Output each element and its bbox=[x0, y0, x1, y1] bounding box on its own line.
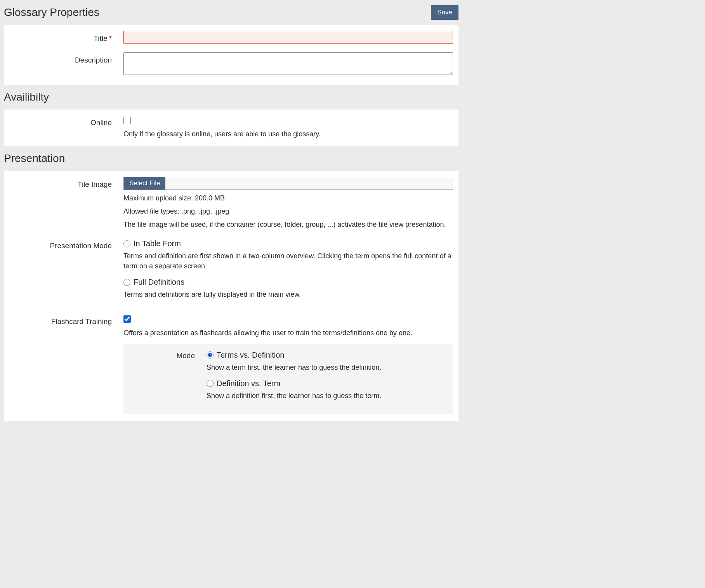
radio-help-text: Show a definition first, the learner has… bbox=[207, 391, 448, 401]
radio-in-table-form[interactable] bbox=[123, 240, 130, 247]
section-header-presentation: Presentation bbox=[0, 146, 462, 171]
radio-terms-vs-definition[interactable] bbox=[207, 351, 214, 358]
section-header-availability: Availibilty bbox=[0, 85, 462, 110]
panel-glossary-properties: Title* Description bbox=[4, 25, 458, 85]
radio-label: Definition vs. Term bbox=[217, 378, 280, 389]
panel-presentation: Tile Image Select File Maximum upload si… bbox=[4, 171, 458, 421]
tile-image-help-text: The tile image will be used, if the cont… bbox=[123, 219, 453, 230]
radio-definition-vs-term[interactable] bbox=[207, 380, 214, 387]
radio-label: Full Definitions bbox=[134, 277, 184, 288]
radio-option-terms-vs-definition: Terms vs. Definition Show a term first, … bbox=[207, 350, 448, 372]
section-header-glossary-properties: Glossary Properties Save bbox=[0, 0, 462, 25]
radio-label: In Table Form bbox=[134, 238, 181, 249]
panel-availability: Online Only if the glossary is online, u… bbox=[4, 110, 458, 146]
online-checkbox[interactable] bbox=[123, 117, 131, 124]
file-select: Select File bbox=[123, 177, 453, 190]
file-field[interactable] bbox=[165, 177, 453, 190]
radio-option-table-form: In Table Form Terms and definition are f… bbox=[123, 238, 453, 271]
row-tile-image: Tile Image Select File Maximum upload si… bbox=[9, 177, 453, 230]
section-heading: Glossary Properties bbox=[4, 5, 99, 21]
description-textarea[interactable] bbox=[123, 52, 453, 75]
section-heading: Availibilty bbox=[4, 89, 49, 105]
title-input[interactable] bbox=[123, 31, 453, 44]
radio-option-definition-vs-term: Definition vs. Term Show a definition fi… bbox=[207, 378, 448, 401]
flashcard-training-checkbox[interactable] bbox=[123, 315, 131, 323]
row-flashcard-mode: Mode Terms vs. Definition Show a term fi… bbox=[129, 350, 448, 406]
description-label: Description bbox=[9, 52, 123, 66]
online-help-text: Only if the glossary is online, users ar… bbox=[123, 129, 453, 139]
flashcard-help-text: Offers a presentation as flashcards allo… bbox=[123, 328, 453, 338]
tile-image-label: Tile Image bbox=[9, 177, 123, 190]
title-label: Title* bbox=[9, 31, 123, 44]
save-button[interactable]: Save bbox=[431, 5, 458, 20]
glossary-settings-form: Glossary Properties Save Title* Descript… bbox=[0, 0, 462, 433]
radio-help-text: Terms and definition are first shown in … bbox=[123, 251, 453, 271]
row-presentation-mode: Presentation Mode In Table Form Terms an… bbox=[9, 238, 453, 305]
row-description: Description bbox=[9, 52, 453, 78]
row-online: Online Only if the glossary is online, u… bbox=[9, 115, 453, 139]
select-file-button[interactable]: Select File bbox=[124, 177, 165, 190]
row-title: Title* bbox=[9, 31, 453, 44]
radio-help-text: Terms and definitions are fully displaye… bbox=[123, 289, 453, 299]
radio-option-full-definitions: Full Definitions Terms and definitions a… bbox=[123, 277, 453, 299]
max-upload-text: Maximum upload size: 200.0 MB bbox=[123, 193, 453, 203]
allowed-types-text: Allowed file types: .png, .jpg, .jpeg bbox=[123, 206, 453, 216]
radio-full-definitions[interactable] bbox=[123, 279, 130, 286]
online-label: Online bbox=[9, 115, 123, 128]
required-indicator: * bbox=[109, 34, 112, 42]
presentation-mode-label: Presentation Mode bbox=[9, 238, 123, 251]
row-flashcard-training: Flashcard Training Offers a presentation… bbox=[9, 314, 453, 414]
flashcard-mode-subpanel: Mode Terms vs. Definition Show a term fi… bbox=[123, 344, 453, 414]
section-heading: Presentation bbox=[4, 151, 65, 167]
radio-label: Terms vs. Definition bbox=[217, 350, 285, 361]
flashcard-label: Flashcard Training bbox=[9, 314, 123, 327]
radio-help-text: Show a term first, the learner has to gu… bbox=[207, 362, 448, 372]
flashcard-mode-label: Mode bbox=[129, 350, 207, 361]
